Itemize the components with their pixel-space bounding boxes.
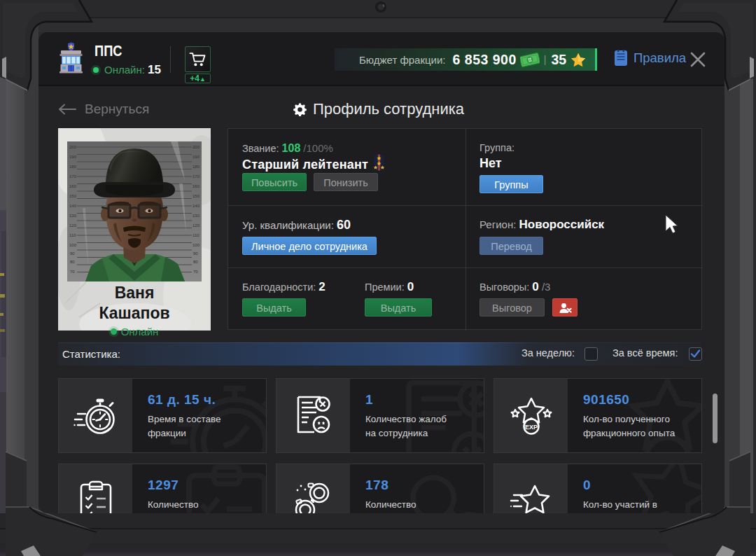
svg-text:100: 100 (69, 243, 77, 247)
svg-text:140: 140 (192, 204, 200, 208)
svg-text:200: 200 (69, 145, 77, 149)
svg-text:160: 160 (69, 184, 77, 188)
svg-text:130: 130 (69, 214, 77, 218)
svg-text:200: 200 (192, 145, 200, 149)
svg-text:70: 70 (70, 270, 75, 274)
svg-text:140: 140 (69, 204, 77, 208)
svg-text:170: 170 (192, 174, 200, 179)
svg-text:130: 130 (192, 214, 200, 218)
svg-text:180: 180 (69, 165, 77, 169)
svg-text:110: 110 (69, 233, 76, 237)
svg-text:110: 110 (192, 233, 200, 237)
svg-text:80: 80 (70, 260, 75, 264)
svg-text:160: 160 (192, 184, 200, 188)
svg-text:120: 120 (69, 223, 77, 228)
svg-text:90: 90 (70, 251, 75, 256)
svg-text:190: 190 (192, 155, 200, 159)
svg-text:180: 180 (192, 165, 200, 169)
svg-text:80: 80 (193, 260, 198, 264)
svg-text:90: 90 (193, 251, 198, 256)
svg-text:190: 190 (69, 155, 77, 159)
svg-text:150: 150 (69, 194, 77, 198)
svg-text:100: 100 (192, 243, 200, 247)
svg-text:150: 150 (192, 194, 200, 198)
svg-text:120: 120 (192, 223, 200, 228)
svg-text:170: 170 (69, 174, 77, 179)
svg-text:EXP: EXP (524, 423, 537, 430)
svg-text:70: 70 (193, 270, 198, 274)
